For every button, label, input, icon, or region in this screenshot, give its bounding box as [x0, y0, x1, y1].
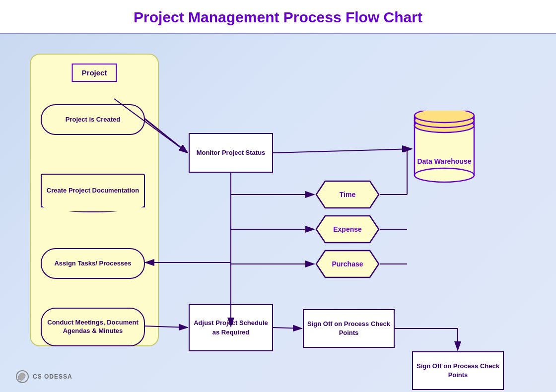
svg-line-17 — [273, 149, 412, 153]
svg-line-31 — [273, 327, 302, 328]
project-label: Project — [72, 64, 117, 82]
expense-node: Expense — [315, 215, 380, 244]
time-node: Time — [315, 180, 380, 209]
logo-icon — [15, 369, 30, 384]
title-bar: Project Management Process Flow Chart — [0, 0, 556, 34]
sign-off-1-node: Sign Off on Process Check Points — [303, 309, 395, 348]
svg-point-1 — [415, 168, 474, 182]
swimlane: Project Project is Created Create Projec… — [30, 54, 159, 346]
logo-area: CS ODESSA — [15, 369, 72, 384]
data-warehouse-node: Data Warehouse — [412, 111, 477, 188]
conduct-meetings-node: Conduct Meetings, Document Agendas & Min… — [41, 308, 145, 346]
project-created-node: Project is Created — [41, 104, 145, 135]
monitor-status-node: Monitor Project Status — [189, 133, 273, 173]
sign-off-2-node: Sign Off on Process Check Points — [412, 351, 504, 390]
page-title: Project Management Process Flow Chart — [134, 9, 422, 25]
assign-tasks-node: Assign Tasks/ Processes — [41, 248, 145, 279]
svg-point-4 — [415, 111, 474, 123]
adjust-schedule-node: Adjust Project Schedule as Required — [189, 304, 273, 351]
create-docs-node: Create Project Documentation — [41, 174, 145, 207]
logo-text: CS ODESSA — [33, 373, 72, 380]
purchase-node: Purchase — [315, 250, 380, 278]
data-warehouse-label: Data Warehouse — [417, 157, 471, 166]
diagram-area: Project Project is Created Create Projec… — [0, 34, 556, 391]
